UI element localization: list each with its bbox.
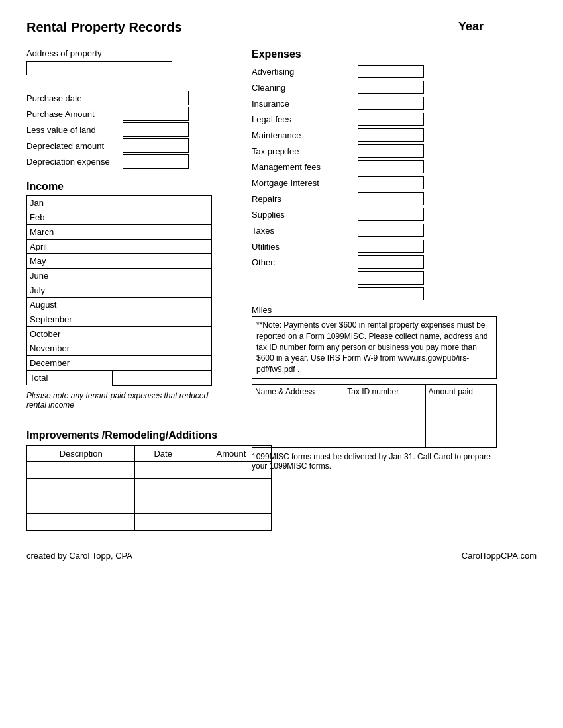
advertising-input[interactable]: [358, 65, 424, 78]
month-label: October: [27, 327, 113, 341]
mortgage-interest-input[interactable]: [358, 176, 424, 189]
month-input[interactable]: [113, 225, 211, 240]
property-row: Purchase Amount: [26, 107, 232, 121]
income-row-jan: Jan: [27, 196, 212, 210]
page-title: Rental Property Records: [26, 20, 182, 35]
other-input-3[interactable]: [358, 287, 424, 300]
misc-row: [252, 400, 497, 416]
misc-name[interactable]: [252, 432, 344, 447]
month-input[interactable]: [113, 312, 211, 327]
improvements-table: Description Date Amount: [26, 445, 272, 531]
cleaning-input[interactable]: [358, 81, 424, 94]
improvements-row: [27, 513, 272, 530]
misc-col-amount: Amount paid: [425, 384, 496, 400]
insurance-input[interactable]: [358, 97, 424, 110]
month-input[interactable]: [113, 298, 211, 312]
purchase-amount-input[interactable]: [123, 107, 189, 121]
less-land-input[interactable]: [123, 122, 189, 137]
misc-taxid[interactable]: [344, 432, 425, 447]
col-description: Description: [27, 445, 135, 461]
depreciated-amount-label: Depreciated amount: [26, 141, 123, 151]
expense-label: Maintenance: [252, 130, 358, 140]
expense-label: Advertising: [252, 67, 358, 77]
misc-taxid[interactable]: [344, 400, 425, 416]
misc-row: [252, 416, 497, 432]
expense-label: Other:: [252, 257, 358, 267]
total-input[interactable]: [113, 371, 211, 385]
expense-label: Supplies: [252, 210, 358, 220]
footer-right: CarolToppCPA.com: [462, 551, 537, 561]
improvement-description[interactable]: [27, 513, 135, 530]
right-column: Expenses Advertising Cleaning Insurance …: [252, 48, 537, 531]
expense-row-mortgage: Mortgage Interest: [252, 175, 537, 190]
expense-row-other-3: [252, 287, 537, 301]
income-title: Income: [26, 181, 232, 193]
expense-label: Insurance: [252, 99, 358, 109]
month-input[interactable]: [113, 327, 211, 341]
col-date: Date: [135, 445, 191, 461]
misc-name[interactable]: [252, 400, 344, 416]
other-input-1[interactable]: [358, 255, 424, 269]
property-row: Depreciation expense: [26, 154, 232, 169]
other-input-2[interactable]: [358, 271, 424, 285]
income-row-july: July: [27, 283, 212, 298]
income-row-september: September: [27, 312, 212, 327]
supplies-input[interactable]: [358, 208, 424, 221]
month-label: April: [27, 240, 113, 254]
month-input[interactable]: [113, 210, 211, 225]
month-label: May: [27, 254, 113, 269]
purchase-amount-label: Purchase Amount: [26, 109, 123, 119]
income-row-november: November: [27, 341, 212, 356]
month-input[interactable]: [113, 254, 211, 269]
improvement-date[interactable]: [135, 461, 191, 478]
improvement-description[interactable]: [27, 478, 135, 496]
taxes-input[interactable]: [358, 224, 424, 237]
improvements-title: Improvements /Remodeling/Additions: [26, 430, 232, 441]
property-row: Less value of land: [26, 122, 232, 137]
misc-col-name: Name & Address: [252, 384, 344, 400]
improvement-date[interactable]: [135, 496, 191, 513]
misc-amount[interactable]: [425, 400, 496, 416]
improvement-date[interactable]: [135, 513, 191, 530]
depreciation-expense-label: Depreciation expense: [26, 157, 123, 167]
expense-label: Mortgage Interest: [252, 178, 358, 188]
improvement-description[interactable]: [27, 461, 135, 478]
utilities-input[interactable]: [358, 240, 424, 253]
month-input[interactable]: [113, 341, 211, 356]
misc-name[interactable]: [252, 416, 344, 432]
misc-amount[interactable]: [425, 432, 496, 447]
address-input[interactable]: [26, 61, 172, 75]
maintenance-input[interactable]: [358, 128, 424, 142]
month-input[interactable]: [113, 240, 211, 254]
income-note: Please note any tenant-paid expenses tha…: [26, 391, 212, 410]
note-box: **Note: Payments over $600 in rental pro…: [252, 316, 497, 379]
improvements-row: [27, 478, 272, 496]
month-input[interactable]: [113, 196, 211, 210]
expense-label: Utilities: [252, 242, 358, 251]
expense-label: Legal fees: [252, 114, 358, 124]
month-input[interactable]: [113, 356, 211, 371]
expense-row-management: Management fees: [252, 159, 537, 174]
income-row-december: December: [27, 356, 212, 371]
month-label: June: [27, 269, 113, 283]
miles-label: Miles: [252, 305, 537, 315]
less-land-label: Less value of land: [26, 125, 123, 135]
income-row-october: October: [27, 327, 212, 341]
misc-taxid[interactable]: [344, 416, 425, 432]
purchase-date-input[interactable]: [123, 91, 189, 105]
left-column: Address of property Purchase date Purcha…: [26, 48, 232, 531]
repairs-input[interactable]: [358, 192, 424, 205]
management-fees-input[interactable]: [358, 160, 424, 173]
tax-prep-input[interactable]: [358, 144, 424, 158]
month-label: March: [27, 225, 113, 240]
expense-row-maintenance: Maintenance: [252, 128, 537, 142]
legal-fees-input[interactable]: [358, 113, 424, 126]
improvement-description[interactable]: [27, 496, 135, 513]
depreciated-amount-input[interactable]: [123, 138, 189, 153]
footer-left: created by Carol Topp, CPA: [26, 551, 132, 561]
month-input[interactable]: [113, 269, 211, 283]
depreciation-expense-input[interactable]: [123, 154, 189, 169]
misc-amount[interactable]: [425, 416, 496, 432]
improvement-date[interactable]: [135, 478, 191, 496]
month-input[interactable]: [113, 283, 211, 298]
